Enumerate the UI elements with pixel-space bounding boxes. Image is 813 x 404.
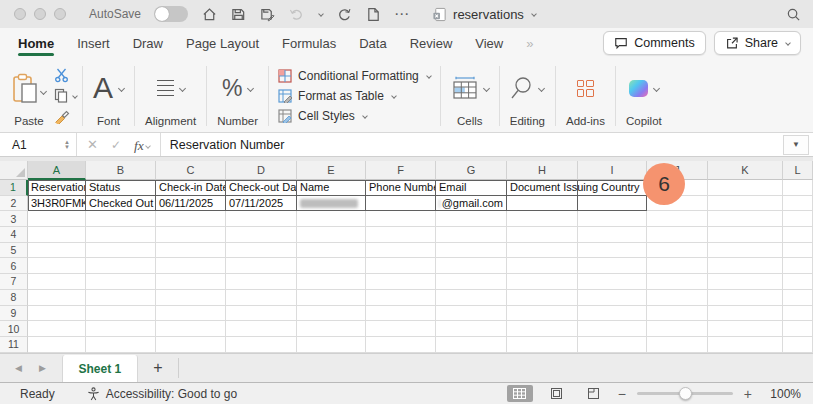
cell-E5[interactable] bbox=[297, 243, 366, 259]
conditional-formatting-button[interactable]: Conditional Formatting bbox=[278, 66, 431, 86]
cell-L10[interactable] bbox=[783, 321, 813, 337]
cell-F1[interactable]: Phone Number bbox=[366, 180, 436, 196]
cell-B1[interactable]: Status bbox=[86, 180, 156, 196]
cell-B10[interactable] bbox=[86, 321, 156, 337]
cell-D8[interactable] bbox=[226, 290, 297, 306]
cell-J9[interactable] bbox=[647, 306, 708, 322]
paste-button[interactable]: Paste bbox=[12, 64, 46, 127]
cell-F5[interactable] bbox=[366, 243, 436, 259]
cell-H11[interactable] bbox=[507, 337, 578, 353]
cell-H2[interactable] bbox=[507, 196, 578, 212]
cell-K9[interactable] bbox=[708, 306, 783, 322]
formula-content[interactable]: Reservation Number bbox=[161, 138, 285, 152]
tab-data[interactable]: Data bbox=[359, 30, 386, 57]
cell-H7[interactable] bbox=[507, 274, 578, 290]
cell-I10[interactable] bbox=[578, 321, 647, 337]
tab-draw[interactable]: Draw bbox=[133, 30, 163, 57]
cell-A3[interactable] bbox=[28, 211, 86, 227]
redo-icon[interactable] bbox=[336, 6, 352, 22]
cell-A7[interactable] bbox=[28, 274, 86, 290]
cell-L8[interactable] bbox=[783, 290, 813, 306]
name-box[interactable]: A1 ▲▼ bbox=[0, 133, 76, 156]
cell-H8[interactable] bbox=[507, 290, 578, 306]
cell-K1[interactable] bbox=[708, 180, 783, 196]
cell-C1[interactable]: Check-in Date bbox=[156, 180, 226, 196]
column-header-A[interactable]: A bbox=[28, 161, 86, 180]
cell-G6[interactable] bbox=[436, 258, 507, 274]
column-header-F[interactable]: F bbox=[366, 161, 436, 180]
cell-C2[interactable]: 06/11/2025 bbox=[156, 196, 226, 212]
column-header-K[interactable]: K bbox=[708, 161, 783, 180]
zoom-level[interactable]: 100% bbox=[763, 387, 801, 401]
formula-bar-expand-button[interactable]: ▼ bbox=[783, 135, 809, 155]
normal-view-button[interactable] bbox=[507, 385, 533, 402]
cell-B5[interactable] bbox=[86, 243, 156, 259]
cell-F3[interactable] bbox=[366, 211, 436, 227]
save-as-icon[interactable] bbox=[259, 6, 275, 22]
page-layout-view-button[interactable] bbox=[544, 385, 570, 402]
more-commands-icon[interactable]: ⋯ bbox=[394, 5, 410, 23]
format-as-table-button[interactable]: Format as Table bbox=[278, 86, 431, 106]
sheet-tab-sheet1[interactable]: Sheet 1 bbox=[62, 355, 138, 382]
cell-G1[interactable]: Email bbox=[436, 180, 507, 196]
cell-A1[interactable]: Reservation Number bbox=[28, 180, 86, 196]
cell-K6[interactable] bbox=[708, 258, 783, 274]
cell-L9[interactable] bbox=[783, 306, 813, 322]
cell-C10[interactable] bbox=[156, 321, 226, 337]
document-title-group[interactable]: reservations bbox=[431, 6, 536, 22]
cell-J8[interactable] bbox=[647, 290, 708, 306]
cell-E4[interactable] bbox=[297, 227, 366, 243]
share-button[interactable]: Share bbox=[714, 31, 801, 55]
cell-F11[interactable] bbox=[366, 337, 436, 353]
cell-J3[interactable] bbox=[647, 211, 708, 227]
column-header-L[interactable]: L bbox=[783, 161, 813, 180]
cell-H6[interactable] bbox=[507, 258, 578, 274]
name-box-stepper[interactable]: ▲▼ bbox=[64, 140, 70, 150]
next-sheet-icon[interactable]: ▶ bbox=[39, 363, 46, 373]
zoom-window-button[interactable] bbox=[54, 8, 66, 20]
autosave-toggle[interactable] bbox=[154, 6, 188, 22]
cell-H9[interactable] bbox=[507, 306, 578, 322]
cell-E11[interactable] bbox=[297, 337, 366, 353]
cell-L2[interactable] bbox=[783, 196, 813, 212]
cell-F2[interactable] bbox=[366, 196, 436, 212]
cell-D1[interactable]: Check-out Date bbox=[226, 180, 297, 196]
row-header-1[interactable]: 1 bbox=[0, 180, 28, 196]
tab-insert[interactable]: Insert bbox=[77, 30, 110, 57]
cell-B11[interactable] bbox=[86, 337, 156, 353]
add-sheet-button[interactable]: + bbox=[138, 354, 178, 382]
cell-H3[interactable] bbox=[507, 211, 578, 227]
addins-group[interactable]: Add-ins bbox=[557, 63, 614, 129]
cell-F4[interactable] bbox=[366, 227, 436, 243]
cell-L4[interactable] bbox=[783, 227, 813, 243]
cell-I3[interactable] bbox=[578, 211, 647, 227]
cell-D4[interactable] bbox=[226, 227, 297, 243]
cell-E3[interactable] bbox=[297, 211, 366, 227]
column-header-D[interactable]: D bbox=[226, 161, 297, 180]
zoom-in-button[interactable]: + bbox=[744, 387, 752, 401]
cell-L1[interactable] bbox=[783, 180, 813, 196]
cell-B6[interactable] bbox=[86, 258, 156, 274]
insert-function-button[interactable]: fx bbox=[134, 136, 150, 154]
cell-G11[interactable] bbox=[436, 337, 507, 353]
cell-I9[interactable] bbox=[578, 306, 647, 322]
cell-J7[interactable] bbox=[647, 274, 708, 290]
cell-D10[interactable] bbox=[226, 321, 297, 337]
cut-button[interactable] bbox=[54, 66, 77, 84]
cell-H10[interactable] bbox=[507, 321, 578, 337]
column-header-C[interactable]: C bbox=[156, 161, 226, 180]
cell-J5[interactable] bbox=[647, 243, 708, 259]
cell-C4[interactable] bbox=[156, 227, 226, 243]
cell-K2[interactable] bbox=[708, 196, 783, 212]
cell-C8[interactable] bbox=[156, 290, 226, 306]
cancel-icon[interactable]: ✕ bbox=[87, 137, 98, 152]
tab-view[interactable]: View bbox=[475, 30, 503, 57]
undo-icon[interactable] bbox=[288, 6, 304, 22]
cell-F8[interactable] bbox=[366, 290, 436, 306]
cell-D2[interactable]: 07/11/2025 bbox=[226, 196, 297, 212]
tab-page-layout[interactable]: Page Layout bbox=[186, 30, 259, 57]
cell-I7[interactable] bbox=[578, 274, 647, 290]
editing-group[interactable]: Editing bbox=[501, 63, 554, 129]
cell-J4[interactable] bbox=[647, 227, 708, 243]
cell-L7[interactable] bbox=[783, 274, 813, 290]
